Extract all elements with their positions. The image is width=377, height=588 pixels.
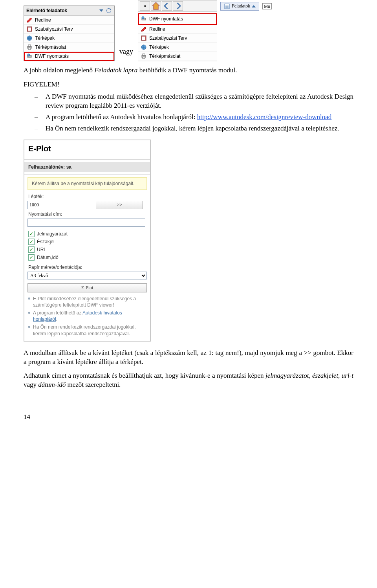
check-row[interactable]: Dátum,idő	[24, 254, 150, 261]
check-label: URL	[37, 247, 46, 252]
mu-chip: Mű	[262, 3, 271, 9]
note-item: A program letölthető az Autodesk hivatal…	[28, 310, 146, 322]
check-label: Dátum,idő	[37, 255, 59, 260]
eplot-notes: E-Plot működéséhez elengedetlenül szüksé…	[28, 296, 146, 337]
check-row[interactable]: Jelmagyarázat	[24, 230, 150, 238]
svg-rect-16	[143, 57, 145, 59]
eplot-panel: E-Plot Felhasználónév: sa Kérem állítsa …	[24, 140, 151, 342]
svg-rect-15	[143, 54, 145, 55]
task-label: Szabályozási Terv	[149, 35, 187, 41]
svg-rect-12	[142, 37, 145, 40]
page-number: 14	[24, 413, 353, 421]
tab-label: Feladatok	[232, 3, 250, 9]
text: A program letölthető az	[33, 310, 82, 316]
paper-label: Papír mérete/orientációja:	[24, 263, 150, 271]
task-item-highlight[interactable]: DWF nyomtatás	[138, 13, 217, 25]
task-item[interactable]: Redline	[138, 25, 217, 34]
checkbox-checked-icon[interactable]	[28, 254, 35, 261]
scale-label: Lépték:	[24, 192, 150, 200]
map-doc-icon	[141, 35, 147, 41]
back-icon[interactable]	[162, 1, 172, 11]
chevron-up-icon	[252, 5, 256, 7]
pencil-icon	[26, 17, 33, 23]
task-item[interactable]: Térképek	[138, 43, 217, 52]
map-doc-icon	[26, 26, 33, 32]
print-title-input[interactable]	[27, 219, 145, 227]
task-label: DWF nyomtatás	[149, 16, 183, 22]
note-item: Ha Ön nem rendelkezik rendszergazdai jog…	[28, 324, 146, 336]
vagy-label: vagy	[118, 48, 135, 61]
bullet-item: A program letölthető az Autodesk hivatal…	[35, 113, 353, 122]
task-label: Redline	[149, 26, 165, 32]
pencil-icon	[141, 26, 147, 32]
forward-icon[interactable]	[173, 1, 183, 11]
printer-doc-icon	[26, 44, 33, 50]
task-item[interactable]: Szabályozási Terv	[138, 34, 217, 43]
refresh-icon[interactable]	[106, 7, 112, 14]
checkbox-checked-icon[interactable]	[28, 231, 35, 237]
paper-select[interactable]: A3 fekvő	[27, 272, 147, 279]
text: vagy	[24, 381, 38, 388]
bullet-item: A DWF nyomtatás modul működéséhez elenge…	[35, 92, 353, 110]
task-item-highlight[interactable]: DWF nyomtatás	[24, 52, 114, 61]
tasks-panel-left: Elérhető feladatok Redline Szabályozási …	[24, 6, 115, 61]
check-row[interactable]: URL	[24, 246, 150, 254]
task-item[interactable]: Térképek	[24, 34, 114, 43]
text-italic: dátum-idő	[38, 381, 66, 388]
eplot-title: E-Plot	[28, 144, 146, 153]
svg-point-7	[27, 54, 30, 56]
svg-rect-5	[28, 48, 31, 50]
paragraph: Adhatunk címet a nyomtatásnak és beállít…	[24, 371, 353, 390]
task-label: Szabályozási Terv	[35, 26, 73, 32]
note-item: E-Plot működéséhez elengedetlenül szüksé…	[28, 296, 146, 308]
list-icon	[224, 3, 230, 9]
dwf-print-icon	[141, 16, 147, 22]
toolbar: »	[138, 0, 217, 12]
eplot-user: Felhasználónév: sa	[24, 162, 150, 172]
checkbox-checked-icon[interactable]	[28, 246, 35, 253]
check-row[interactable]: Északjel	[24, 238, 150, 246]
task-item[interactable]: Redline	[24, 16, 114, 25]
paragraph: A modulban állítsuk be a kívánt léptéket…	[24, 349, 353, 367]
globe-icon	[141, 44, 147, 50]
expand-icon[interactable]: »	[140, 1, 150, 11]
check-label: Északjel	[37, 239, 55, 244]
tab-feladatok[interactable]: Feladatok	[220, 2, 259, 11]
text: .	[56, 316, 57, 322]
svg-rect-4	[28, 45, 31, 46]
panel-header: Elérhető feladatok	[24, 6, 114, 16]
tasks-panel-right: DWF nyomtatás Redline Szabályozási Terv …	[138, 13, 217, 61]
eplot-submit-button[interactable]: E-Plot	[27, 283, 147, 292]
panel-title: Elérhető feladatok	[26, 8, 97, 13]
task-label: Térképmásolat	[149, 53, 180, 59]
text: A program letölthető az Autodesk hivatal…	[46, 113, 197, 121]
scale-input[interactable]	[27, 201, 94, 209]
home-icon[interactable]	[151, 1, 161, 11]
task-label: Térképek	[35, 35, 55, 41]
task-item[interactable]: Térképmásolat	[138, 52, 217, 61]
text: Adhatunk címet a nyomtatásnak és beállít…	[24, 372, 265, 379]
task-label: DWF nyomtatás	[35, 53, 69, 59]
task-item[interactable]: Térképmásolat	[24, 43, 114, 52]
checkbox-checked-icon[interactable]	[28, 239, 35, 245]
text: mezőt szerepeltetni.	[66, 381, 121, 388]
bullet-item: Ha Ön nem rendelkezik rendszergazdai jog…	[35, 124, 353, 133]
text-italic: jelmagyarázatot, északjelet, url-t	[265, 372, 353, 379]
svg-point-10	[142, 17, 144, 19]
task-label: Térképmásolat	[35, 44, 66, 50]
task-label: Redline	[35, 17, 51, 23]
task-label: Térképek	[149, 44, 169, 50]
scale-go-button[interactable]: >>	[96, 201, 143, 209]
svg-rect-1	[28, 28, 31, 31]
download-link[interactable]: http://www.autodesk.com/designreview-dow…	[197, 113, 332, 121]
chevron-down-icon[interactable]	[99, 9, 103, 12]
print-title-label: Nyomtatási cím:	[24, 210, 150, 218]
text: betöltődik a DWF nyomtatás modul.	[137, 66, 237, 74]
globe-icon	[26, 35, 33, 41]
figyelem-heading: FIGYELEM!	[24, 81, 353, 88]
text: A jobb oldalon megjelenő	[24, 66, 94, 74]
text-italic: Feladatok lapra	[94, 66, 137, 74]
printer-doc-icon	[141, 53, 147, 59]
task-item[interactable]: Szabályozási Terv	[24, 25, 114, 34]
eplot-hint: Kérem állítsa be a nyomtatási kép tulajd…	[27, 177, 147, 190]
